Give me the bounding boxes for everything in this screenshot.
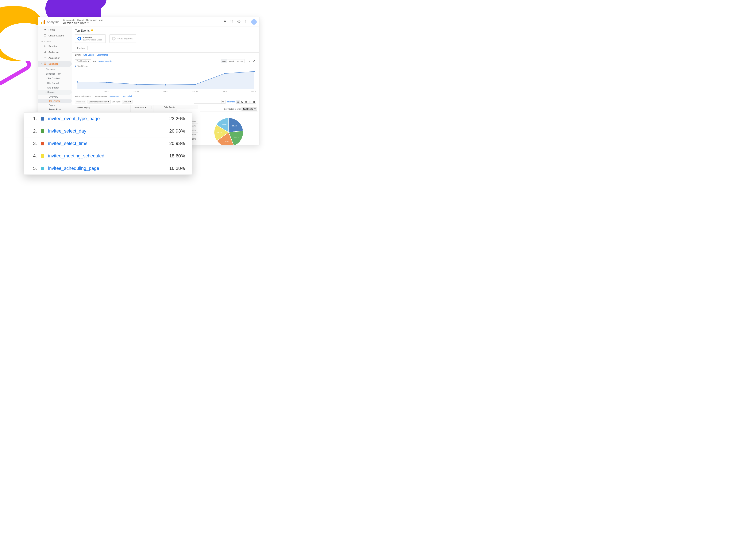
overlay-row[interactable]: 2.invitee_select_day20.93% <box>24 125 192 138</box>
sidebar-sub-overview[interactable]: Overview <box>38 67 72 71</box>
dim-event-action[interactable]: Event Action <box>109 95 120 97</box>
sidebar-item-realtime[interactable]: Realtime <box>38 43 72 49</box>
overlay-row-pct: 18.60% <box>169 153 187 159</box>
sidebar-item-acquisition[interactable]: Acquisition <box>38 55 72 61</box>
sidebar-sub-site-content[interactable]: Site Content <box>38 76 72 81</box>
search-input[interactable] <box>194 100 222 104</box>
sidebar-events-top-events[interactable]: Top Events <box>38 99 72 103</box>
svg-point-33 <box>253 71 255 72</box>
overlay-row-label[interactable]: invitee_select_time <box>48 141 169 146</box>
overlay-row-label[interactable]: invitee_select_day <box>48 128 169 134</box>
overlay-row[interactable]: 1.invitee_event_type_page23.26% <box>24 113 192 125</box>
view-table-icon[interactable] <box>236 100 240 104</box>
home-icon <box>44 28 47 31</box>
overlay-row[interactable]: 3.invitee_select_time20.93% <box>24 138 192 150</box>
sidebar-audience-label: Audience <box>48 51 59 53</box>
plot-rows-button[interactable]: Plot Rows <box>75 100 86 103</box>
svg-rect-47 <box>245 102 247 103</box>
tab-explorer[interactable]: Explorer <box>75 46 88 50</box>
sidebar-item-customization[interactable]: Customization <box>38 33 72 38</box>
view-selector[interactable]: All Web Site Data <box>63 21 103 25</box>
sort-type-select[interactable]: Default <box>122 100 133 103</box>
subtab-event[interactable]: Event <box>75 54 81 56</box>
sidebar-sub-site-search[interactable]: Site Search <box>38 85 72 90</box>
overlay-row-index: 1. <box>29 116 37 121</box>
overlay-row[interactable]: 4.invitee_meeting_scheduled18.60% <box>24 150 192 162</box>
svg-text:20.9%: 20.9% <box>224 140 229 142</box>
subtab-site-usage[interactable]: Site Usage <box>84 54 94 56</box>
col-event-category[interactable]: Event Category <box>77 106 90 109</box>
secondary-dimension-select[interactable]: Secondary dimension <box>88 100 111 103</box>
svg-point-22 <box>45 51 45 52</box>
dim-event-label[interactable]: Event Label <box>122 95 132 97</box>
metric-select[interactable]: Total Events <box>75 60 91 63</box>
primary-dimension-value[interactable]: Event Category <box>94 95 107 97</box>
chart-type-line-icon[interactable] <box>248 59 252 63</box>
overlay-row-label[interactable]: invitee_scheduling_page <box>48 165 169 171</box>
sidebar-sub-site-speed[interactable]: Site Speed <box>38 81 72 85</box>
view-bar-icon[interactable] <box>244 100 248 104</box>
col-total-events-1[interactable]: Total Events ↓ <box>130 105 153 112</box>
overlay-event-list: 1.invitee_event_type_page23.26%2.invitee… <box>24 112 192 175</box>
overlay-row-swatch <box>41 167 44 170</box>
sidebar-item-audience[interactable]: Audience <box>38 49 72 55</box>
overlay-row-label[interactable]: invitee_event_type_page <box>48 116 169 121</box>
sidebar-events-events-flow[interactable]: Events Flow <box>38 107 72 112</box>
sidebar-item-behavior[interactable]: › Behavior <box>38 61 72 67</box>
subtab-row: Event Site Usage Ecommerce <box>72 52 259 57</box>
caret-down-icon <box>108 101 109 102</box>
overlay-row-label[interactable]: invitee_meeting_scheduled <box>48 153 169 159</box>
svg-point-7 <box>231 21 232 22</box>
advanced-link[interactable]: advanced <box>226 101 236 103</box>
overlay-row-index: 4. <box>29 153 37 159</box>
sidebar-home-label: Home <box>48 28 55 31</box>
help-icon[interactable]: ? <box>237 20 240 24</box>
view-pivot-icon[interactable] <box>252 100 256 104</box>
overlay-row[interactable]: 5.invitee_scheduling_page16.28% <box>24 162 192 174</box>
metrics-row: Total Events VS. Select a metric Day Wee… <box>72 57 259 65</box>
svg-point-10 <box>231 22 232 23</box>
period-week[interactable]: Week <box>227 59 236 63</box>
period-month[interactable]: Month <box>236 59 244 63</box>
sidebar-sub-events[interactable]: ›Events <box>38 90 72 95</box>
breadcrumb-block[interactable]: All accounts › Calendly Scheduling Page … <box>63 19 103 25</box>
sidebar-events-overview[interactable]: Overview <box>38 95 72 99</box>
search-icon[interactable] <box>221 100 226 104</box>
svg-rect-51 <box>254 102 255 103</box>
select-all-checkbox[interactable] <box>74 106 76 108</box>
overlay-row-pct: 23.26% <box>169 116 187 121</box>
segment-circle-icon <box>77 37 81 40</box>
period-day[interactable]: Day <box>221 59 228 63</box>
segment-all-users-sub: 100.00% Unique Events <box>83 39 102 41</box>
svg-point-27 <box>77 81 78 83</box>
sidebar-realtime-label: Realtime <box>48 45 58 47</box>
chart-type-motion-icon[interactable] <box>252 59 256 63</box>
segment-all-users[interactable]: All Users 100.00% Unique Events <box>75 34 106 43</box>
svg-text:20.9%: 20.9% <box>234 136 239 138</box>
svg-point-16 <box>246 22 246 23</box>
view-pie-icon[interactable] <box>240 100 244 104</box>
subtab-ecommerce[interactable]: Ecommerce <box>97 54 108 56</box>
svg-text:Oct 24: Oct 24 <box>193 90 198 92</box>
user-avatar[interactable] <box>251 19 257 25</box>
sidebar-sub-behavior-flow[interactable]: Behavior Flow <box>38 71 72 76</box>
svg-point-15 <box>246 21 246 22</box>
col-total-events-2[interactable]: Total Events <box>153 105 177 112</box>
app-title: Analytics <box>47 20 59 24</box>
svg-rect-1 <box>42 21 43 24</box>
clock-icon <box>44 45 47 48</box>
contrib-select[interactable]: Total Events <box>242 107 257 111</box>
notifications-icon[interactable] <box>223 20 227 24</box>
sidebar-events-pages[interactable]: Pages <box>38 103 72 107</box>
add-segment[interactable]: + Add Segment <box>109 34 136 43</box>
logo-block: Analytics <box>41 20 59 24</box>
select-metric-link[interactable]: Select a metric <box>98 60 112 63</box>
caret-down-icon <box>88 61 90 62</box>
apps-icon[interactable] <box>230 20 233 24</box>
more-icon[interactable] <box>244 20 247 24</box>
svg-point-8 <box>233 21 233 22</box>
svg-rect-2 <box>44 20 45 24</box>
sidebar-item-home[interactable]: Home <box>38 27 72 33</box>
view-comparison-icon[interactable] <box>248 100 252 104</box>
svg-point-9 <box>231 22 231 23</box>
